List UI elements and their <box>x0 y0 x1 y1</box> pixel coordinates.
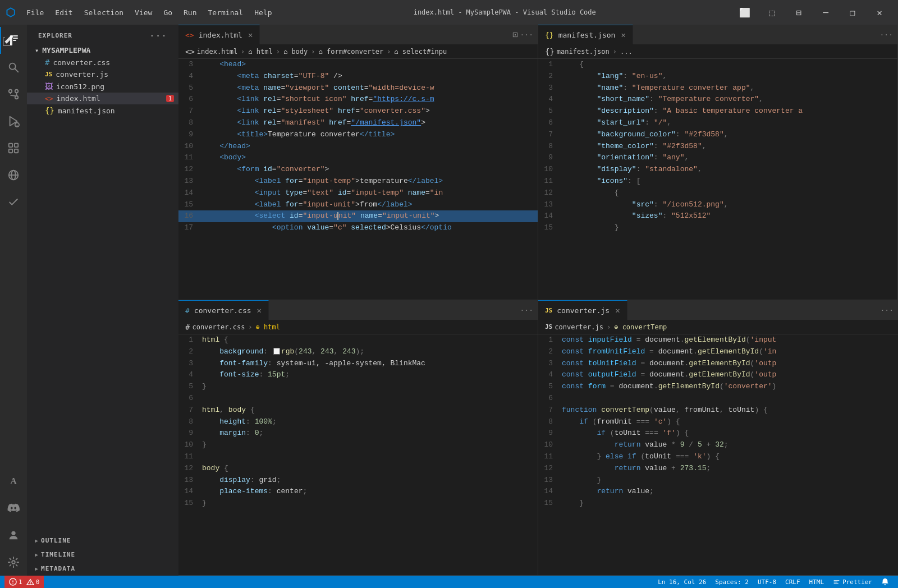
menu-edit[interactable]: Edit <box>49 6 78 19</box>
maximize-button[interactable]: ❐ <box>840 4 865 21</box>
menu-bar: File Edit Selection View Go Run Terminal… <box>21 6 277 19</box>
status-formatter[interactable]: Prettier <box>828 576 877 588</box>
status-error-count[interactable]: 1 0 <box>4 576 44 588</box>
tab-converter-css[interactable]: # converter.css ✕ <box>178 300 269 320</box>
svg-point-22 <box>11 531 15 535</box>
timeline-section[interactable]: ▶ TIMELINE <box>27 548 178 562</box>
tab-close-index-html[interactable]: ✕ <box>248 30 253 39</box>
explorer-tree: ▾ MYSAMPLEPWA # converter.css JS convert… <box>27 44 178 117</box>
tab-manifest-json[interactable]: {} manifest.json ✕ <box>538 25 633 44</box>
split-icon[interactable]: ⬚ <box>759 4 785 21</box>
code-area-manifest-json[interactable]: 1 { 2 "lang": "en-us", 3 "name": "Temper… <box>538 59 897 300</box>
more-actions-css[interactable]: ··· <box>520 306 533 314</box>
file-icon512-png[interactable]: 🖼 icon512.png <box>27 80 178 93</box>
bc-html-tag: ⌂ html <box>248 48 272 56</box>
json-line-2: 2 "lang": "en-us", <box>538 71 897 82</box>
activity-run[interactable] <box>0 108 27 135</box>
svg-marker-12 <box>10 117 17 126</box>
activity-accounts[interactable] <box>0 522 27 549</box>
menu-go[interactable]: Go <box>158 6 178 19</box>
js-file-icon: JS <box>45 71 52 78</box>
tab-close-converter-js[interactable]: ✕ <box>615 306 620 315</box>
tab-close-converter-css[interactable]: ✕ <box>257 306 262 315</box>
activity-discord[interactable] <box>0 495 27 522</box>
status-encoding[interactable]: UTF-8 <box>753 576 781 588</box>
close-button[interactable]: ✕ <box>867 4 892 21</box>
panels-icon[interactable]: ⊟ <box>786 4 812 21</box>
sidebar-more-button[interactable]: ··· <box>149 30 167 41</box>
bc-converter-js: converter.js <box>555 323 603 331</box>
bc-html-selector: ⊕ html <box>256 323 280 331</box>
css-tab-icon: # <box>185 306 190 315</box>
code-area-index-html[interactable]: 3 <head> 4 <meta charset="UTF-8" /> 5 <m… <box>178 59 538 300</box>
more-actions-icon[interactable]: ··· <box>520 30 533 39</box>
activity-remote[interactable] <box>0 162 27 189</box>
metadata-section[interactable]: ▶ METADATA <box>27 562 178 576</box>
activity-search[interactable] <box>0 54 27 81</box>
menu-terminal[interactable]: Terminal <box>203 6 249 19</box>
more-actions-icon-right[interactable]: ··· <box>880 30 893 39</box>
layout-icon[interactable]: ⬜ <box>732 4 758 21</box>
json-line-9: 9 "orientation": "any", <box>538 152 897 164</box>
tab-actions-bottom-right: ··· <box>876 300 898 320</box>
file-manifest-json[interactable]: {} manifest.json <box>27 104 178 117</box>
svg-point-8 <box>15 90 19 93</box>
activity-settings[interactable] <box>0 549 27 576</box>
menu-selection[interactable]: Selection <box>79 6 129 19</box>
code-area-converter-css[interactable]: 1 html { 2 background: rgb(243, 243, 243… <box>178 334 538 575</box>
status-language[interactable]: HTML <box>805 576 829 588</box>
outline-section[interactable]: ▶ OUTLINE <box>27 534 178 548</box>
file-converter-js[interactable]: JS converter.js <box>27 68 178 80</box>
tab-index-html[interactable]: <> index.html ✕ <box>178 25 260 44</box>
encoding-text: UTF-8 <box>758 578 776 586</box>
folder-chevron: ▾ <box>35 47 39 54</box>
activity-source-control[interactable] <box>0 81 27 108</box>
timeline-chevron: ▶ <box>35 552 39 558</box>
activity-explorer[interactable] <box>0 27 27 54</box>
split-editor-icon[interactable]: ⊡ <box>512 29 518 40</box>
code-line-3: 3 <head> <box>178 59 538 71</box>
bc-select-tag: ⌂ select#inpu <box>394 48 447 56</box>
line-ending-text: CRLF <box>785 578 800 586</box>
menu-view[interactable]: View <box>129 6 158 19</box>
status-notifications[interactable] <box>877 576 894 588</box>
more-actions-js[interactable]: ··· <box>881 306 894 314</box>
html-file-icon: <> <box>45 95 53 103</box>
status-bar: 1 0 Ln 16, Col 26 Spaces: 2 UTF-8 CRLF H… <box>0 576 898 588</box>
activity-font[interactable]: A <box>0 468 27 495</box>
editor-area: <> index.html ✕ ⊡ ··· <> index.html › ⌂ … <box>178 25 898 576</box>
status-spaces[interactable]: Spaces: 2 <box>711 576 753 588</box>
js-line-3: 3 const toUnitField = document.getElemen… <box>538 358 898 370</box>
activity-testing[interactable] <box>0 189 27 215</box>
code-area-converter-js[interactable]: 1 const inputField = document.getElement… <box>538 334 898 575</box>
file-converter-css[interactable]: # converter.css <box>27 56 178 68</box>
tab-converter-js[interactable]: JS converter.js ✕ <box>538 300 627 320</box>
status-position[interactable]: Ln 16, Col 26 <box>653 576 711 588</box>
css-file-icon: # <box>45 58 49 67</box>
sidebar-header: EXPLORER ··· <box>27 25 178 44</box>
tree-folder-mysamplepwa[interactable]: ▾ MYSAMPLEPWA <box>27 44 178 56</box>
file-index-html[interactable]: <> index.html 1 <box>27 93 178 104</box>
js-line-1: 1 const inputField = document.getElement… <box>538 334 898 346</box>
menu-help[interactable]: Help <box>249 6 277 19</box>
json-line-5: 5 "description": "A basic temperature co… <box>538 105 897 117</box>
file-name-manifest-json: manifest.json <box>58 107 115 115</box>
activity-extensions[interactable] <box>0 135 27 162</box>
menu-file[interactable]: File <box>21 6 49 19</box>
status-line-ending[interactable]: CRLF <box>781 576 805 588</box>
svg-line-5 <box>15 69 19 72</box>
js-line-2: 2 const fromUnitField = document.getElem… <box>538 346 898 358</box>
editor-pane-converter-js: JS converter.js ✕ ··· JS converter.js › … <box>538 300 898 576</box>
breadcrumb-index-html: <> index.html › ⌂ html › ⌂ body › ⌂ form… <box>178 44 538 59</box>
js-line-15: 15 } <box>538 498 898 509</box>
minimize-button[interactable]: ─ <box>813 4 839 21</box>
code-line-11: 11 <body> <box>178 152 538 164</box>
css-line-7: 7 html, body { <box>178 405 538 416</box>
json-line-10: 10 "display": "standalone", <box>538 164 897 176</box>
js-line-12: 12 return value + 273.15; <box>538 463 898 475</box>
breadcrumb-manifest-json: {} manifest.json › ... <box>538 44 897 59</box>
css-line-2: 2 background: rgb(243, 243, 243); <box>178 346 538 358</box>
css-line-14: 14 place-items: center; <box>178 486 538 498</box>
menu-run[interactable]: Run <box>178 6 202 19</box>
tab-close-manifest-json[interactable]: ✕ <box>621 30 625 39</box>
